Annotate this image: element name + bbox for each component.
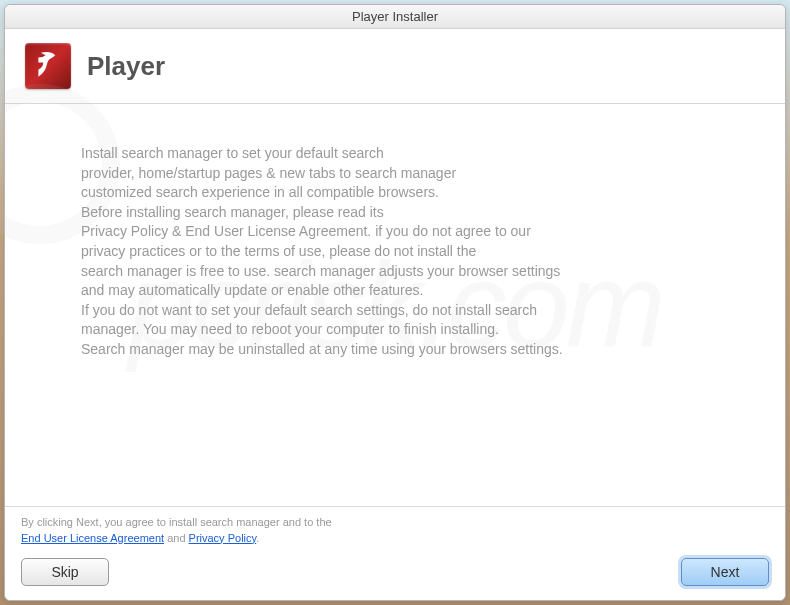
footer: By clicking Next, you agree to install s… — [5, 506, 785, 600]
privacy-link[interactable]: Privacy Policy — [189, 532, 257, 544]
header: Player — [5, 29, 785, 104]
flash-player-icon — [25, 43, 71, 89]
next-button[interactable]: Next — [681, 558, 769, 586]
disclaimer-text: By clicking Next, you agree to install s… — [21, 515, 769, 546]
content-area: pcrisk.com Install search manager to set… — [5, 104, 785, 506]
button-row: Skip Next — [21, 558, 769, 586]
and-text: and — [164, 532, 188, 544]
disclaimer-prefix: By clicking Next, you agree to install s… — [21, 516, 332, 528]
installer-window: Player Installer Player pcrisk.com Insta… — [4, 4, 786, 601]
app-title: Player — [87, 51, 165, 82]
titlebar[interactable]: Player Installer — [5, 5, 785, 29]
body-text: Install search manager to set your defau… — [81, 144, 709, 360]
period: . — [256, 532, 259, 544]
window-title: Player Installer — [352, 9, 438, 24]
skip-button[interactable]: Skip — [21, 558, 109, 586]
eula-link[interactable]: End User License Agreement — [21, 532, 164, 544]
